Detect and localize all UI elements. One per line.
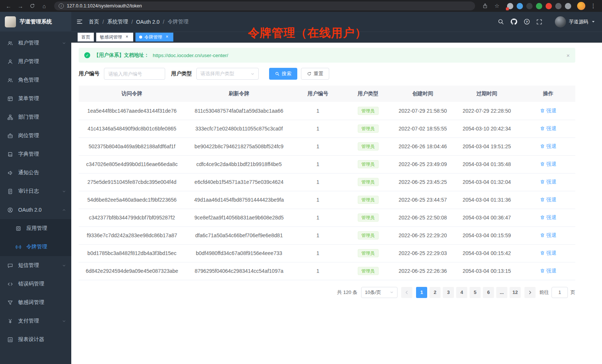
column-header[interactable]: 创建时间 <box>393 86 452 102</box>
force-logout-button[interactable]: 强退 <box>540 107 556 114</box>
page-button[interactable]: 1 <box>416 287 427 298</box>
tab-home[interactable]: 首页 <box>78 33 94 42</box>
search-button[interactable]: 搜索 <box>269 68 297 80</box>
chevron-down-icon <box>251 72 255 76</box>
table-row: f9336e7c7dd242a283ee98dc86b17a87dfa6c71a… <box>79 226 575 244</box>
force-logout-button[interactable]: 强退 <box>540 161 556 168</box>
help-icon[interactable]: ? <box>524 19 530 25</box>
page-button[interactable]: 6 <box>483 287 494 298</box>
force-logout-button[interactable]: 强退 <box>540 250 556 257</box>
sidebar-item-dict[interactable]: 字典管理 <box>0 145 71 163</box>
user-id-input[interactable] <box>104 68 165 80</box>
column-header[interactable]: 用户编号 <box>293 86 343 102</box>
force-logout-button[interactable]: 强退 <box>540 179 556 185</box>
search-icon[interactable] <box>498 19 504 25</box>
forward-icon[interactable]: → <box>16 2 24 10</box>
close-tab-icon[interactable]: × <box>164 34 170 40</box>
page-button[interactable]: 5 <box>470 287 481 298</box>
force-logout-button[interactable]: 强退 <box>540 214 556 221</box>
bookmark-star-icon[interactable]: ☆ <box>493 2 501 10</box>
sidebar-item-pay[interactable]: 支付管理 <box>0 312 71 330</box>
breadcrumb-item[interactable]: OAuth 2.0 <box>136 19 160 25</box>
home-icon[interactable]: ⌂ <box>40 2 48 10</box>
user-type-select[interactable]: 请选择用户类型 <box>196 68 259 80</box>
page-button[interactable]: 4 <box>456 287 467 298</box>
extension-icon[interactable] <box>526 3 533 9</box>
goto-page-input[interactable] <box>552 287 568 298</box>
prev-page-button[interactable] <box>401 287 412 298</box>
browser-profile-avatar[interactable] <box>577 2 585 10</box>
sidebar-item-report[interactable]: 报表设计器 <box>0 330 71 349</box>
cell-expire-time: 2022-07-29 22:28:50 <box>452 102 521 120</box>
app-logo[interactable]: 芋道管理系统 <box>0 12 71 32</box>
column-header[interactable]: 操作 <box>521 86 575 102</box>
sidebar-item-role[interactable]: 角色管理 <box>0 71 71 89</box>
column-header[interactable]: 刷新令牌 <box>185 86 293 102</box>
cell-actions: 强退 <box>521 262 575 280</box>
doc-link[interactable]: https://doc.iocoder.cn/user-center/ <box>153 53 228 58</box>
browser-menu-icon[interactable]: ⋮ <box>589 3 598 9</box>
user-id-label: 用户编号 <box>79 70 99 77</box>
tab-sensitive-word[interactable]: 敏感词管理× <box>96 33 133 42</box>
column-header[interactable]: 过期时间 <box>452 86 521 102</box>
breadcrumb-item[interactable]: 首页 <box>89 19 99 25</box>
reset-button[interactable]: 重置 <box>301 68 329 80</box>
tab-oauth2-token[interactable]: 令牌管理× <box>135 33 173 42</box>
sidebar-item-oauth2[interactable]: OAuth 2.0 <box>0 201 71 219</box>
sidebar-item-oauth2-token[interactable]: 令牌管理 <box>0 238 71 256</box>
cell-access-token: 502375b8040a469a9b82188afdf6af1f <box>79 138 185 155</box>
sidebar-item-oauth2-app[interactable]: 应用管理 <box>0 219 71 238</box>
page-button[interactable]: 3 <box>443 287 454 298</box>
extension-icon[interactable] <box>517 3 523 9</box>
more-pages-button[interactable]: ... <box>496 287 507 298</box>
share-icon[interactable] <box>481 2 489 10</box>
force-logout-button[interactable]: 强退 <box>540 268 556 274</box>
fullscreen-icon[interactable] <box>536 19 542 25</box>
sidebar-item-audit-log[interactable]: 审计日志 <box>0 182 71 201</box>
column-header[interactable]: 用户类型 <box>343 86 393 102</box>
url-bar[interactable]: i 127.0.0.1:1024/system/oauth2/token <box>54 1 475 10</box>
sidebar-item-menu[interactable]: 菜单管理 <box>0 89 71 108</box>
tab-label: 首页 <box>81 34 90 40</box>
sidebar-item-sensitive-word[interactable]: 敏感词管理 <box>0 293 71 312</box>
extension-icon[interactable] <box>536 3 542 9</box>
force-logout-button[interactable]: 强退 <box>540 143 556 150</box>
column-header[interactable]: 访问令牌 <box>79 86 185 102</box>
sidebar-item-dept[interactable]: 部门管理 <box>0 108 71 126</box>
user-menu[interactable]: 芋道源码 <box>555 16 595 27</box>
sidebar-item-tenant[interactable]: 租户管理 <box>0 34 71 52</box>
extension-icon[interactable] <box>565 3 571 9</box>
sidebar-item-user[interactable]: 用户管理 <box>0 52 71 71</box>
back-icon[interactable]: ← <box>4 2 13 10</box>
breadcrumb-item[interactable]: 令牌管理 <box>168 19 189 25</box>
force-logout-button[interactable]: 强退 <box>540 196 556 203</box>
sidebar-item-label: 字典管理 <box>18 151 39 158</box>
close-alert-icon[interactable]: × <box>566 52 570 59</box>
sidebar-item-notice[interactable]: 通知公告 <box>0 163 71 182</box>
breadcrumb-item[interactable]: 系统管理 <box>107 19 128 25</box>
chart-icon <box>7 337 13 343</box>
chevron-down-icon <box>62 319 66 323</box>
page-content: ✓ 【用户体系】文档地址： https://doc.iocoder.cn/use… <box>71 43 602 364</box>
page-button[interactable]: 2 <box>429 287 441 298</box>
reload-icon[interactable] <box>28 2 36 10</box>
extension-icon[interactable] <box>546 3 552 9</box>
page-button[interactable]: 12 <box>510 287 521 298</box>
github-icon[interactable] <box>510 18 517 25</box>
extension-icon[interactable] <box>507 3 513 9</box>
close-tab-icon[interactable]: × <box>124 34 130 40</box>
next-page-button[interactable] <box>524 287 536 298</box>
pagination: 共 120 条 10条/页 123456...12 前往 页 <box>79 287 575 298</box>
sidebar-item-error-code[interactable]: 错误码管理 <box>0 275 71 293</box>
hamburger-icon[interactable] <box>76 19 83 25</box>
sidebar-item-sms[interactable]: 短信管理 <box>0 256 71 275</box>
cell-create-time: 2022-06-25 22:29:03 <box>393 244 452 262</box>
force-logout-button[interactable]: 强退 <box>540 232 556 239</box>
force-logout-button[interactable]: 强退 <box>540 125 556 132</box>
site-info-icon[interactable]: i <box>59 3 64 9</box>
page-size-select[interactable]: 10条/页 <box>361 287 397 298</box>
sidebar-item-post[interactable]: 岗位管理 <box>0 126 71 145</box>
cell-refresh-token: e6cfd40eb1f54571a31e775e039c4624 <box>185 173 293 191</box>
extension-icon[interactable] <box>555 3 562 9</box>
tab-label: 敏感词管理 <box>100 34 122 40</box>
